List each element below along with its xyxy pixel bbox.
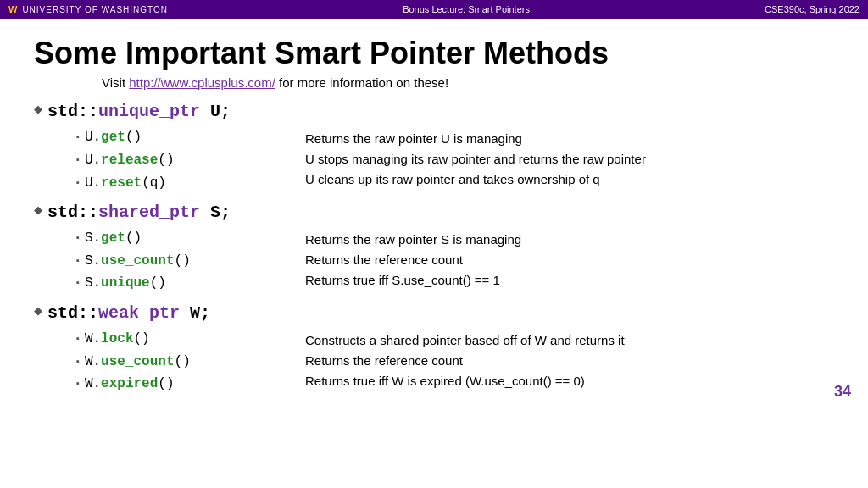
slide-content: Some Important Smart Pointer Methods Vis… [0, 19, 868, 408]
unique-ptr-var: U; [200, 102, 231, 121]
slide-title: Some Important Smart Pointer Methods [34, 36, 834, 70]
sub-marker-5: ▪ [76, 253, 80, 269]
weak-use-count-code: W.use_count() [85, 352, 191, 374]
course-info: CSE390c, Spring 2022 [765, 4, 860, 14]
shared-use-count-code: S.use_count() [85, 251, 191, 273]
weak-ptr-section: ◆ std::weak_ptr W; ▪ W.lock() ▪ W.use_co… [34, 300, 834, 396]
shared-use-count-desc: Returns the reference count [305, 250, 463, 270]
header-left: W University of Washington [8, 4, 168, 14]
std-prefix-1: std:: [47, 102, 98, 121]
sub-marker-2: ▪ [76, 152, 80, 168]
shared-unique-code: S.unique() [85, 273, 166, 295]
page-number: 34 [834, 383, 851, 401]
unique-ptr-section: ◆ std::unique_ptr U; ▪ U.get() ▪ U.relea… [34, 98, 834, 194]
weak-ptr-code: std::weak_ptr W; [47, 300, 210, 327]
shared-get-code: S.get() [85, 228, 142, 250]
std-prefix-3: std:: [47, 303, 98, 323]
weak-expired-desc: Returns true iff W is expired (W.use_cou… [305, 371, 585, 391]
visit-suffix: for more information on these! [275, 75, 448, 90]
sub-marker-8: ▪ [76, 354, 80, 369]
shared-get-desc: Returns the raw pointer S is managing [305, 230, 521, 250]
shared-ptr-var: S; [200, 202, 231, 222]
unique-ptr-code: std::unique_ptr U; [47, 98, 231, 125]
unique-ptr-main: ◆ std::unique_ptr U; [34, 98, 834, 125]
sub-marker-6: ▪ [76, 275, 80, 291]
unique-release-code: U.release() [85, 150, 175, 172]
shared-ptr-section: ◆ std::shared_ptr S; ▪ S.get() ▪ S.use_c… [34, 199, 834, 295]
unique-get-code: U.get() [85, 127, 142, 149]
weak-expired-code: W.expired() [85, 374, 175, 396]
unique-reset-desc: U cleans up its raw pointer and takes ow… [305, 169, 600, 190]
university-name: University of Washington [22, 5, 168, 14]
unique-reset-code: U.reset(q) [85, 173, 166, 195]
weak-lock-code: W.lock() [85, 329, 150, 351]
content-area: ◆ std::unique_ptr U; ▪ U.get() ▪ U.relea… [34, 98, 834, 395]
bullet-diamond-3: ◆ [34, 302, 42, 320]
weak-lock-desc: Constructs a shared pointer based off of… [305, 330, 625, 351]
sub-marker-7: ▪ [76, 331, 80, 347]
sub-marker-9: ▪ [76, 376, 80, 391]
visit-line: Visit http://www.cplusplus.com/ for more… [102, 75, 834, 90]
std-prefix-2: std:: [47, 202, 98, 222]
uw-logo: W [8, 4, 17, 14]
sub-marker-4: ▪ [76, 230, 80, 246]
unique-get-desc: Returns the raw pointer U is managing [305, 129, 522, 149]
sub-marker-1: ▪ [76, 130, 80, 145]
unique-release-desc: U stops managing its raw pointer and ret… [305, 149, 646, 169]
sub-marker-3: ▪ [76, 175, 80, 191]
shared-ptr-type: shared_ptr [98, 202, 200, 222]
lecture-title: Bonus Lecture: Smart Pointers [403, 4, 530, 14]
shared-ptr-main: ◆ std::shared_ptr S; [34, 199, 834, 226]
shared-ptr-code: std::shared_ptr S; [47, 199, 231, 226]
bullet-diamond-1: ◆ [34, 101, 42, 119]
unique-ptr-type: unique_ptr [98, 102, 200, 121]
visit-text: Visit [102, 75, 129, 90]
weak-ptr-var: W; [180, 303, 210, 323]
weak-ptr-main: ◆ std::weak_ptr W; [34, 300, 834, 327]
weak-use-count-desc: Returns the reference count [305, 351, 463, 371]
shared-unique-desc: Returns true iff S.use_count() == 1 [305, 270, 500, 291]
weak-ptr-type: weak_ptr [98, 303, 180, 323]
cplusplus-link[interactable]: http://www.cplusplus.com/ [129, 75, 275, 90]
header-bar: W University of Washington Bonus Lecture… [0, 0, 868, 19]
bullet-diamond-2: ◆ [34, 202, 42, 219]
